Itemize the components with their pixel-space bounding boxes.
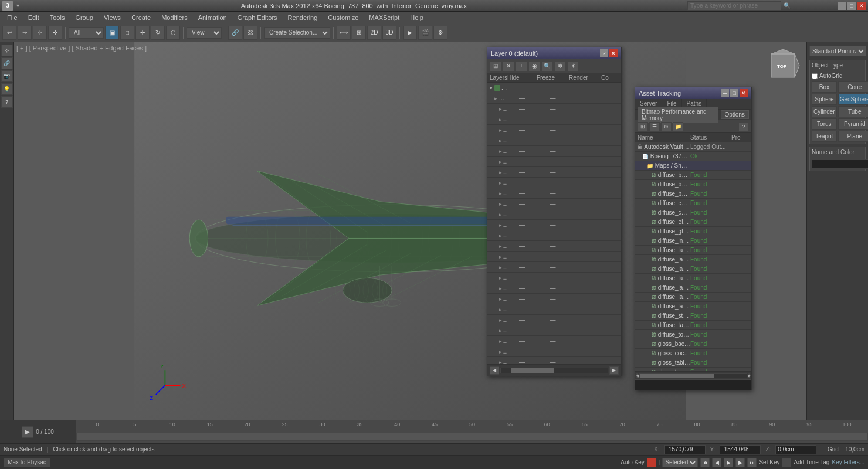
y-coord[interactable] [720, 445, 761, 454]
asset-tb-path[interactable]: 📁 [673, 122, 683, 131]
search-icon[interactable]: 🔍 [784, 2, 791, 9]
layer-scrollbar[interactable] [500, 368, 608, 373]
layer-row[interactable]: ▸ shasis_bottomR — — [487, 336, 621, 346]
obj-sphere[interactable]: Sphere [812, 94, 837, 105]
close-button[interactable]: ✕ [857, 2, 866, 10]
asset-row[interactable]: 📄 Boeing_737_800_wit... Ok [635, 152, 751, 161]
tb-snap3d[interactable]: 3D [382, 26, 396, 40]
layer-scroll-right[interactable]: ▶ [609, 366, 619, 375]
menu-item-modifiers[interactable]: Modifiers [157, 13, 192, 22]
asset-tb-track[interactable]: ⊕ [661, 122, 672, 131]
asset-row[interactable]: 🖼 diffuse_lastMi... Found [635, 302, 751, 311]
asset-row[interactable]: 🖼 gloss_table.png Found [635, 358, 751, 368]
menu-item-group[interactable]: Group [70, 13, 98, 22]
asset-row[interactable]: 🖼 diffuse_last_w... Found [635, 293, 751, 302]
obj-teapot[interactable]: Teapot [812, 131, 837, 142]
menu-item-graph editors[interactable]: Graph Editors [233, 13, 282, 22]
tb-scale[interactable]: ⬡ [166, 26, 180, 40]
layer-tb-select[interactable]: ◉ [528, 61, 540, 72]
left-tb-helper[interactable]: ? [1, 96, 13, 108]
layer-row[interactable]: ▸ table_buttons — — [487, 262, 621, 273]
asset-tb-grid[interactable]: ⊞ [638, 122, 648, 131]
primitives-dropdown[interactable]: Standard Primitives [809, 46, 866, 56]
layer-row[interactable]: ▸ R_impeller — — [487, 294, 621, 304]
layer-row[interactable]: ▸ iron1 — — [487, 315, 621, 325]
asset-bitmap-tab[interactable]: Options [721, 110, 749, 119]
name-field[interactable] [812, 159, 868, 169]
tb-mirror[interactable]: ⟺ [337, 26, 351, 40]
layer-row[interactable]: ▸ rightVB — — [487, 346, 621, 357]
tb-rotate[interactable]: ↻ [151, 26, 165, 40]
z-coord[interactable] [775, 445, 816, 454]
asset-path-input[interactable] [635, 380, 751, 390]
asset-row[interactable]: 🖼 diffuse_electr... Found [635, 217, 751, 227]
tb-move2[interactable]: ✛ [135, 26, 150, 40]
asset-row[interactable]: 🖼 diffuse_backd... Found [635, 180, 751, 189]
menu-item-create[interactable]: Create [127, 13, 155, 22]
left-tb-select[interactable]: ⊹ [1, 45, 13, 56]
max-physac-btn[interactable]: Max to Physac [4, 458, 50, 467]
left-tb-camera[interactable]: 📷 [1, 70, 13, 82]
asset-list[interactable]: 🏛 Autodesk Vault 2012 Logged Out... 📄 Bo… [635, 142, 751, 371]
menu-item-animation[interactable]: Animation [194, 13, 232, 22]
layer-tb-add[interactable]: + [516, 61, 527, 72]
asset-max-btn[interactable]: □ [730, 89, 738, 97]
obj-cylinder[interactable]: Cylinder [812, 106, 837, 117]
layer-close-btn[interactable]: ✕ [609, 49, 618, 57]
asset-min-btn[interactable]: ─ [721, 89, 729, 97]
play-end-btn[interactable]: ⏭ [747, 458, 757, 467]
asset-row[interactable]: 🖼 diffuse_contr... Found [635, 208, 751, 217]
tb-render[interactable]: ▶ [403, 26, 417, 40]
layer-row[interactable]: ▸ frinterior — — [487, 135, 621, 146]
left-tb-link[interactable]: 🔗 [1, 57, 13, 69]
layer-row[interactable]: ▾ 0 (default) ✓ [487, 83, 621, 93]
asset-tb-help[interactable]: ? [738, 122, 749, 131]
timeline-track[interactable]: 0510152025303540455055606570758085909510… [76, 420, 868, 443]
play-btn[interactable]: ▶ [724, 458, 733, 467]
obj-tube[interactable]: Tube [838, 106, 868, 117]
layer-scroll-left[interactable]: ◀ [490, 366, 499, 375]
layer-tb-delete[interactable]: ✕ [503, 61, 514, 72]
obj-plane[interactable]: Plane [838, 131, 868, 142]
layer-row[interactable]: ▸ seat_Left — — [487, 104, 621, 114]
asset-close-btn[interactable]: ✕ [740, 89, 748, 97]
asset-row[interactable]: 🖼 diffuse_bussin... Found [635, 189, 751, 199]
layer-row[interactable]: ▸ fpanel_details — — [487, 178, 621, 188]
asset-row[interactable]: 📁 Maps / Shaders [635, 161, 751, 171]
tb-move[interactable]: ✛ [48, 26, 62, 40]
tb-render-setup[interactable]: ⚙ [433, 26, 447, 40]
asset-bitmap-tab[interactable]: Bitmap Performance and Memory [638, 107, 718, 123]
layer-row[interactable]: ▸ top_panel — — [487, 167, 621, 178]
layer-row[interactable]: ▸ tyres_br — — [487, 325, 621, 336]
menu-item-views[interactable]: Views [99, 13, 126, 22]
file-menu-logo[interactable]: ▾ [15, 1, 21, 10]
layer-tb-freeze[interactable]: ❄ [554, 61, 566, 72]
layer-row[interactable]: ▸ controls — — [487, 209, 621, 220]
asset-row[interactable]: 🖼 diffuse_last_fr... Found [635, 283, 751, 293]
asset-row[interactable]: 🖼 diffuse_interio... Found [635, 236, 751, 246]
tb-render-frame[interactable]: 🎬 [418, 26, 432, 40]
layer-row[interactable]: ▸ hatchr — — [487, 283, 621, 294]
autogrid-checkbox[interactable] [812, 73, 818, 79]
asset-row[interactable]: 🖼 diffuse_last_c... Found [635, 255, 751, 264]
x-coord[interactable] [664, 445, 706, 454]
menu-item-help[interactable]: Help [405, 13, 428, 22]
menu-item-customize[interactable]: Customize [323, 13, 363, 22]
menu-item-rendering[interactable]: Rendering [283, 13, 323, 22]
tb-rect-sel[interactable]: □ [120, 26, 134, 40]
asset-scrollbar-h[interactable]: ◀ ▶ [635, 371, 751, 379]
tb-link[interactable]: 🔗 [228, 26, 242, 40]
layer-row[interactable]: ▸ sick_wall — — [487, 304, 621, 315]
layer-row[interactable]: ▸ back_interior — — [487, 252, 621, 262]
play-back-btn[interactable]: ⏮ [700, 458, 710, 467]
obj-box[interactable]: Box [812, 81, 837, 93]
asset-row[interactable]: 🖼 diffuse_toppa... Found [635, 330, 751, 339]
autokey-button[interactable] [647, 458, 656, 467]
tb-snap2d[interactable]: 2D [367, 26, 381, 40]
timeline-play-btn[interactable]: ▶ [22, 426, 33, 438]
layer-row[interactable]: ▸ details_interiorF — — [487, 230, 621, 241]
layer-tb-unfreeze[interactable]: ☀ [567, 61, 579, 72]
obj-pyramid[interactable]: Pyramid [838, 118, 868, 130]
nav-cube[interactable]: TOP [765, 48, 801, 83]
tb-select[interactable]: ⊹ [33, 26, 47, 40]
